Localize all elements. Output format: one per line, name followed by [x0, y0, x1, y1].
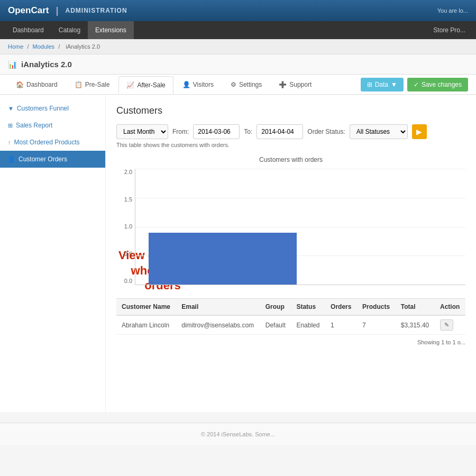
- funnel-icon: ▼: [8, 105, 14, 112]
- save-button[interactable]: ✓ Save changes: [407, 78, 468, 91]
- footer-text: © 2014 iSenseLabs. Some...: [201, 431, 275, 437]
- col-group: Group: [260, 299, 291, 316]
- nav-item-extensions[interactable]: Extensions: [88, 21, 134, 39]
- filter-help: This table shows the customers with orde…: [116, 142, 465, 148]
- section-title: Customers: [116, 105, 465, 116]
- filter-button[interactable]: ▶: [412, 124, 427, 139]
- y-label-05: 0.5: [124, 251, 132, 257]
- tab-pre-sale-icon: 📋: [75, 81, 83, 88]
- tab-after-sale[interactable]: 📈 After-Sale: [118, 76, 173, 94]
- y-label-2: 2.0: [124, 169, 132, 175]
- sidebar-item-customer-orders[interactable]: 👤 Customer Orders: [0, 151, 105, 168]
- sidebar: ▼ Customers Funnel ⊞ Sales Report ↑ Most…: [0, 95, 106, 412]
- chart-bar-container: [146, 233, 299, 285]
- sidebar-item-customers-funnel-label: Customers Funnel: [17, 105, 69, 112]
- col-products: Products: [357, 299, 396, 316]
- chart-plot: Abra...Linco...: [135, 169, 465, 285]
- save-label: Save changes: [422, 81, 462, 88]
- grid-line-50: [135, 227, 465, 227]
- tab-visitors-label: Visitors: [193, 81, 214, 88]
- cell-action: ✎: [435, 315, 465, 335]
- cell-orders: 1: [325, 315, 357, 335]
- content-area: ▼ Customers Funnel ⊞ Sales Report ↑ Most…: [0, 95, 476, 412]
- tab-settings-icon: ⚙: [231, 81, 236, 88]
- tab-after-sale-icon: 📈: [126, 81, 134, 89]
- cell-status: Enabled: [291, 315, 325, 335]
- tab-visitors-icon: 👤: [182, 81, 190, 88]
- page-title-bar: 📊 iAnalytics 2.0: [0, 54, 476, 75]
- breadcrumb-modules[interactable]: Modules: [33, 43, 55, 50]
- tab-settings[interactable]: ⚙ Settings: [223, 76, 270, 93]
- data-button[interactable]: ⊞ Data ▼: [361, 78, 404, 91]
- y-label-1: 1.0: [124, 223, 132, 230]
- sidebar-item-sales-report-label: Sales Report: [16, 122, 52, 129]
- nav-item-dashboard[interactable]: Dashboard: [5, 21, 51, 39]
- from-label: From:: [172, 128, 189, 135]
- tab-pre-sale[interactable]: 📋 Pre-Sale: [67, 76, 118, 93]
- data-table: Customer Name Email Group Status Orders …: [116, 298, 465, 335]
- cell-products: 7: [357, 315, 396, 335]
- data-dropdown-arrow: ▼: [391, 81, 397, 88]
- tab-support[interactable]: ➕ Support: [271, 76, 319, 93]
- sales-icon: ⊞: [8, 122, 13, 129]
- tab-settings-label: Settings: [239, 81, 262, 88]
- tab-dashboard[interactable]: 🏠 Dashboard: [8, 76, 66, 93]
- cell-email: dimitrov@isenselabs.com: [176, 315, 260, 335]
- save-icon: ✓: [414, 81, 419, 88]
- edit-button[interactable]: ✎: [440, 319, 453, 331]
- breadcrumb-current: iAnalytics 2.0: [66, 43, 100, 50]
- to-input[interactable]: [257, 124, 303, 139]
- tab-support-icon: ➕: [279, 81, 287, 88]
- nav-bar: Dashboard Catalog Extensions Store Pro..…: [0, 21, 476, 39]
- user-info: You are lo...: [437, 7, 468, 14]
- logo: OpenCart | ADMINISTRATION: [8, 5, 127, 16]
- sidebar-item-most-ordered-label: Most Ordered Products: [14, 139, 80, 146]
- from-input[interactable]: [193, 124, 240, 139]
- grid-line-25: [135, 198, 465, 198]
- col-orders: Orders: [325, 299, 357, 316]
- nav-item-catalog[interactable]: Catalog: [51, 21, 88, 39]
- y-label-15: 1.5: [124, 196, 132, 203]
- main-content: View customers who placed orders Custome…: [106, 95, 476, 412]
- separator: |: [56, 5, 58, 16]
- store-profile[interactable]: Store Pro...: [428, 26, 471, 34]
- data-button-icon: ⊞: [367, 81, 372, 88]
- showing-text: Showing 1 to 1 o...: [116, 339, 465, 345]
- col-customer-name: Customer Name: [116, 299, 176, 316]
- filters-row: Last Month This Month This Week Today Cu…: [116, 124, 465, 139]
- data-button-label: Data: [375, 81, 388, 88]
- ordered-icon: ↑: [8, 139, 11, 145]
- filter-icon: ▶: [416, 127, 422, 136]
- breadcrumb-sep-2: /: [58, 43, 61, 50]
- sidebar-item-most-ordered[interactable]: ↑ Most Ordered Products: [0, 134, 105, 151]
- col-status: Status: [291, 299, 325, 316]
- chart-y-axis: 2.0 1.5 1.0 0.5 0.0: [116, 169, 135, 285]
- sidebar-item-sales-report[interactable]: ⊞ Sales Report: [0, 117, 105, 134]
- top-header: OpenCart | ADMINISTRATION You are lo...: [0, 0, 476, 21]
- status-label: Order Status:: [307, 128, 345, 135]
- chart-area: 2.0 1.5 1.0 0.5 0.0: [116, 169, 465, 285]
- chart-container: Customers with orders 2.0 1.5 1.0 0.5 0.…: [116, 156, 465, 285]
- breadcrumb-home[interactable]: Home: [8, 43, 23, 50]
- status-select[interactable]: All Statuses Pending Processing Shipped …: [350, 124, 408, 139]
- cell-group: Default: [260, 315, 291, 335]
- sidebar-item-customer-orders-label: Customer Orders: [19, 155, 67, 163]
- chart-bar: [149, 233, 297, 285]
- admin-label: ADMINISTRATION: [66, 7, 127, 14]
- brand-name: OpenCart: [8, 5, 49, 16]
- col-action: Action: [435, 299, 465, 316]
- page-title: iAnalytics 2.0: [21, 60, 72, 69]
- chart-title: Customers with orders: [116, 156, 465, 163]
- page-container: 📊 iAnalytics 2.0 🏠 Dashboard 📋 Pre-Sale …: [0, 54, 476, 412]
- tab-dashboard-icon: 🏠: [16, 81, 24, 88]
- grid-line-top: [135, 169, 465, 169]
- period-select[interactable]: Last Month This Month This Week Today Cu…: [116, 124, 168, 139]
- cell-customer-name: Abraham Lincoln: [116, 315, 176, 335]
- tab-bar: 🏠 Dashboard 📋 Pre-Sale 📈 After-Sale 👤 Vi…: [0, 75, 476, 95]
- customer-orders-icon: 👤: [8, 156, 15, 163]
- table-header-row: Customer Name Email Group Status Orders …: [116, 299, 465, 316]
- tab-visitors[interactable]: 👤 Visitors: [175, 76, 222, 93]
- sidebar-item-customers-funnel[interactable]: ▼ Customers Funnel: [0, 100, 105, 117]
- cell-total: $3,315.40: [396, 315, 435, 335]
- tab-support-label: Support: [289, 81, 312, 88]
